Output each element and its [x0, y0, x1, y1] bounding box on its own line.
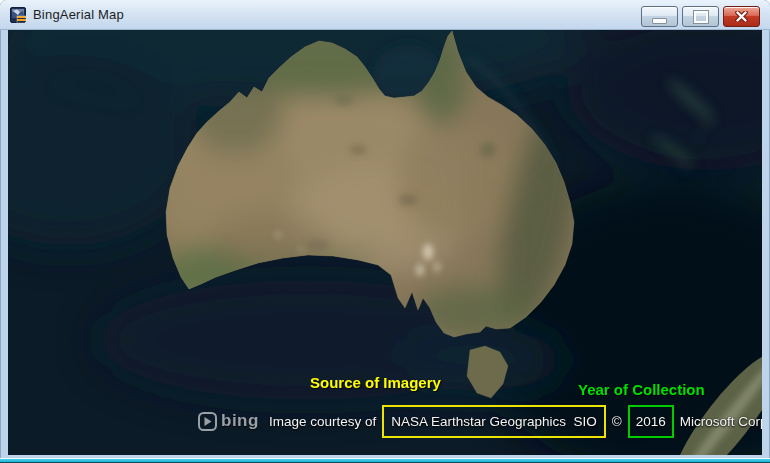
map-viewport[interactable]: Source of Imagery Year of Collection bin…	[8, 30, 762, 455]
maximize-button[interactable]	[682, 6, 719, 27]
close-button[interactable]	[723, 6, 760, 27]
bing-logo[interactable]: bing	[198, 411, 259, 431]
window-title: BingAerial Map	[33, 7, 124, 22]
copyright-symbol: ©	[612, 414, 622, 429]
year-highlight-box: 2016	[628, 405, 674, 438]
bing-b-icon	[198, 412, 217, 431]
close-icon	[735, 11, 748, 22]
source-of-imagery-label: Source of Imagery	[310, 374, 441, 391]
map-app-icon	[10, 7, 26, 23]
app-window: BingAerial Map	[0, 0, 770, 463]
window-controls	[641, 6, 760, 27]
bing-logo-text: bing	[221, 411, 259, 431]
map-attribution: bing Image courtesy of NASA Earthstar Ge…	[198, 402, 762, 440]
year-of-collection-label: Year of Collection	[578, 381, 705, 398]
maximize-icon	[694, 11, 708, 23]
app-icon[interactable]	[10, 7, 26, 23]
titlebar[interactable]: BingAerial Map	[0, 0, 770, 30]
attribution-source: NASA Earthstar Geographics SIO	[391, 414, 597, 429]
minimize-button[interactable]	[641, 6, 678, 27]
source-highlight-box: NASA Earthstar Geographics SIO	[382, 405, 606, 438]
attribution-year: 2016	[636, 414, 666, 429]
minimize-icon	[652, 18, 667, 24]
attribution-suffix: Microsoft Corporation	[680, 414, 762, 429]
attribution-prefix: Image courtesy of	[269, 414, 376, 429]
